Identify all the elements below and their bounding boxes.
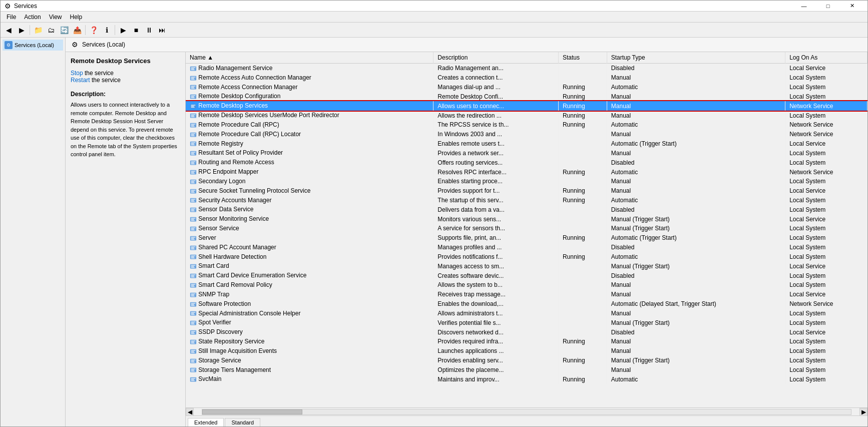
sidebar-item-label: Services (Local) — [15, 42, 54, 48]
refresh-button[interactable]: 🔄 — [58, 24, 70, 36]
table-row[interactable]: SvcMainMaintains and improv...RunningAut… — [186, 374, 867, 384]
table-row[interactable]: Routing and Remote AccessOffers routing … — [186, 158, 867, 167]
stop-link[interactable]: Stop — [71, 70, 83, 77]
menu-file[interactable]: File — [3, 13, 20, 22]
svg-rect-33 — [191, 143, 196, 143]
table-row[interactable]: Smart CardManages access to sm...Manual … — [186, 261, 867, 271]
cell-description: Supports file, print, an... — [433, 233, 559, 243]
restart-link[interactable]: Restart — [71, 77, 90, 84]
forward-button[interactable]: ▶ — [16, 24, 28, 36]
tabs-bar: Extended Standard — [186, 415, 867, 426]
back-button[interactable]: ◀ — [3, 24, 15, 36]
svg-rect-117 — [191, 340, 196, 341]
svg-rect-49 — [191, 180, 196, 181]
col-name[interactable]: Name ▲ — [186, 52, 433, 64]
table-row[interactable]: Sensor Data ServiceDelivers data from a … — [186, 205, 867, 214]
table-row[interactable]: Remote Procedure Call (RPC) LocatorIn Wi… — [186, 130, 867, 139]
col-status[interactable]: Status — [558, 52, 607, 64]
table-row[interactable]: Storage Tiers ManagementOptimizes the pl… — [186, 365, 867, 375]
title-bar: ⚙ Services — □ ✕ — [1, 1, 867, 12]
cell-description: Provides enabling serv... — [433, 356, 559, 365]
table-row[interactable]: Secondary LogonEnables starting proce...… — [186, 177, 867, 186]
folder2-button[interactable]: 🗂 — [45, 24, 57, 36]
export-button[interactable]: 📤 — [71, 24, 83, 36]
cell-logon: Network Service — [785, 130, 867, 139]
svg-rect-71 — [191, 230, 195, 230]
close-button[interactable]: ✕ — [840, 1, 863, 12]
scroll-thumb[interactable] — [202, 409, 302, 414]
svg-rect-26 — [191, 125, 194, 125]
menu-action[interactable]: Action — [20, 13, 45, 22]
cell-status: Running — [558, 356, 607, 365]
table-row[interactable]: Software ProtectionEnables the download,… — [186, 299, 867, 309]
restart-btn[interactable]: ⏭ — [156, 24, 168, 36]
table-row[interactable]: Shell Hardware DetectionProvides notific… — [186, 252, 867, 262]
cell-startup: Manual — [607, 130, 785, 139]
table-row[interactable]: Still Image Acquisition EventsLaunches a… — [186, 346, 867, 356]
cell-logon: Local System — [785, 318, 867, 327]
svg-rect-115 — [191, 333, 195, 334]
table-row[interactable]: RPC Endpoint MapperResolves RPC interfac… — [186, 167, 867, 177]
table-row[interactable]: Sensor ServiceA service for sensors th..… — [186, 224, 867, 233]
table-row[interactable]: Resultant Set of Policy ProviderProvides… — [186, 148, 867, 158]
folder-button[interactable]: 📁 — [32, 24, 44, 36]
help-button[interactable]: ❓ — [88, 24, 100, 36]
table-row[interactable]: Radio Management ServiceRadio Management… — [186, 64, 867, 73]
table-row[interactable]: Sensor Monitoring ServiceMonitors variou… — [186, 214, 867, 224]
cell-startup: Disabled — [607, 205, 785, 214]
svg-rect-133 — [191, 378, 196, 379]
table-row[interactable]: ServerSupports file, print, an...Running… — [186, 233, 867, 243]
table-row[interactable]: SNMP TrapReceives trap message...ManualL… — [186, 290, 867, 299]
svg-rect-122 — [191, 351, 194, 351]
col-startup[interactable]: Startup Type — [607, 52, 785, 64]
cell-logon: Local System — [785, 148, 867, 158]
table-row[interactable]: Remote Access Auto Connection ManagerCre… — [186, 73, 867, 83]
table-row[interactable]: Remote Desktop ConfigurationRemote Deskt… — [186, 92, 867, 101]
cell-name: Sensor Service — [186, 224, 433, 233]
table-row[interactable]: State Repository ServiceProvides require… — [186, 337, 867, 346]
cell-name: Spot Verifier — [186, 318, 433, 327]
table-row[interactable]: Remote Desktop ServicesAllows users to c… — [186, 101, 867, 111]
pause-button[interactable]: ⏸ — [143, 24, 155, 36]
maximize-button[interactable]: □ — [816, 1, 839, 12]
col-description[interactable]: Description — [433, 52, 559, 64]
table-row[interactable]: Storage ServiceProvides enabling serv...… — [186, 356, 867, 365]
table-row[interactable]: Smart Card Device Enumeration ServiceCre… — [186, 271, 867, 280]
table-row[interactable]: Remote Desktop Services UserMode Port Re… — [186, 111, 867, 120]
table-row[interactable]: Remote RegistryEnables remote users t...… — [186, 139, 867, 149]
table-row[interactable]: Special Administration Console HelperAll… — [186, 309, 867, 318]
scroll-right-button[interactable]: ▶ — [859, 408, 867, 416]
table-row[interactable]: Smart Card Removal PolicyAllows the syst… — [186, 280, 867, 290]
svg-rect-22 — [191, 116, 194, 116]
services-table-container[interactable]: Name ▲ Description Status Startup Type L… — [186, 52, 867, 407]
minimize-button[interactable]: — — [792, 1, 815, 12]
tab-standard[interactable]: Standard — [225, 418, 260, 426]
table-row[interactable]: Remote Procedure Call (RPC)The RPCSS ser… — [186, 120, 867, 130]
table-row[interactable]: Secure Socket Tunneling Protocol Service… — [186, 186, 867, 196]
cell-description: Manages profiles and ... — [433, 243, 559, 252]
horizontal-scrollbar[interactable] — [202, 409, 851, 415]
scroll-left-button[interactable]: ◀ — [186, 408, 194, 416]
table-row[interactable]: Spot VerifierVerifies potential file s..… — [186, 318, 867, 327]
cell-description: Provides a network ser... — [433, 148, 559, 158]
cell-logon: Local System — [785, 233, 867, 243]
cell-status — [558, 205, 607, 214]
play-button[interactable]: ▶ — [117, 24, 129, 36]
cell-startup: Manual (Trigger Start) — [607, 318, 785, 327]
cell-logon: Local Service — [785, 214, 867, 224]
table-row[interactable]: Shared PC Account ManagerManages profile… — [186, 243, 867, 252]
cell-name: Special Administration Console Helper — [186, 309, 433, 318]
table-row[interactable]: Security Accounts ManagerThe startup of … — [186, 196, 867, 205]
cell-description: Provides notifications f... — [433, 252, 559, 262]
menu-view[interactable]: View — [45, 13, 66, 22]
table-row[interactable]: Remote Access Connection ManagerManages … — [186, 83, 867, 92]
toolbar-sep-3 — [115, 25, 115, 35]
menu-help[interactable]: Help — [66, 13, 87, 22]
table-row[interactable]: SSDP DiscoveryDiscovers networked d...Di… — [186, 327, 867, 337]
cell-status — [558, 365, 607, 375]
col-logon[interactable]: Log On As — [785, 52, 867, 64]
tab-extended[interactable]: Extended — [188, 418, 224, 426]
info-button[interactable]: ℹ — [101, 24, 113, 36]
stop-button[interactable]: ■ — [130, 24, 142, 36]
sidebar-item-services-local[interactable]: ⚙ Services (Local) — [3, 40, 63, 51]
